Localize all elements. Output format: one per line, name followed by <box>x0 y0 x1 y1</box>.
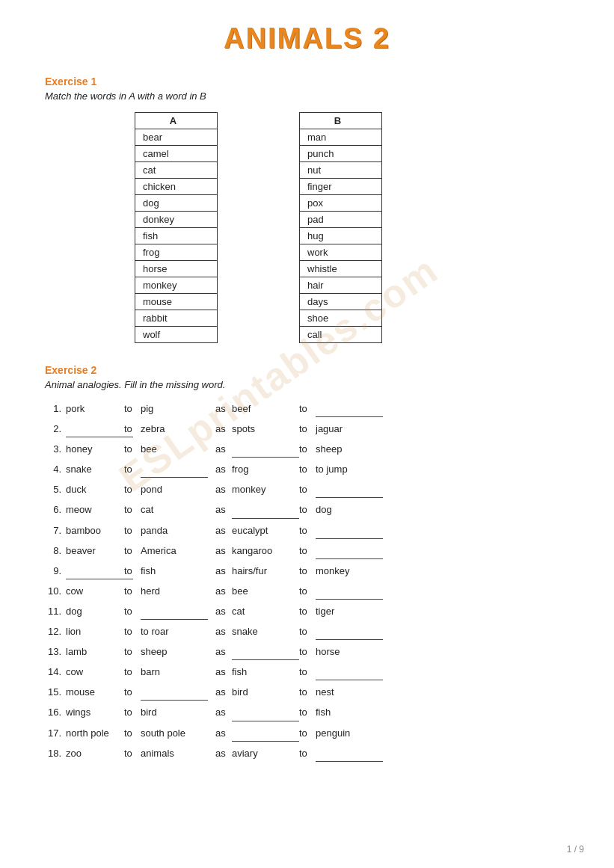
analogy-cell: dog <box>66 603 124 620</box>
table-spacer <box>218 327 300 343</box>
analogy-cell: bird <box>232 684 299 701</box>
analogy-cell: cat <box>232 603 299 620</box>
analogy-cell: north pole <box>66 725 124 742</box>
blank-field <box>141 461 215 478</box>
analogy-cell: dog <box>316 502 398 518</box>
analogy-cell: tiger <box>316 603 398 620</box>
list-item: 14.cowtobarnasfishto <box>45 664 569 680</box>
analogy-cell: sheep <box>141 644 215 660</box>
list-item: 18.zootoanimalsasaviaryto <box>45 745 569 762</box>
table-row: bear <box>135 129 218 146</box>
analogy-cell: meow <box>66 502 124 518</box>
analogy-cell: 10. <box>45 583 66 600</box>
analogy-cell: as <box>215 421 232 437</box>
analogy-cell: zoo <box>66 745 124 762</box>
analogy-cell: duck <box>66 481 124 498</box>
table-row: work <box>300 244 382 261</box>
analogy-cell: to <box>124 421 141 437</box>
analogy-cell: to <box>299 725 316 742</box>
analogy-cell: to <box>124 401 141 417</box>
analogy-cell: bamboo <box>66 523 124 539</box>
table-spacer <box>218 310 300 327</box>
analogy-cell: to <box>124 563 141 579</box>
list-item: 15.mousetoasbirdtonest <box>45 684 569 701</box>
analogy-cell: snake <box>66 461 124 478</box>
list-item: 17.north poletosouth poleastopenguin <box>45 725 569 742</box>
analogy-cell: to <box>124 502 141 518</box>
analogy-cell: herd <box>141 583 215 600</box>
analogy-cell: sheep <box>316 441 398 458</box>
table-spacer <box>218 146 300 162</box>
table-spacer <box>218 277 300 294</box>
analogy-cell: to <box>124 624 141 640</box>
analogy-cell: to <box>124 725 141 742</box>
analogy-cell: as <box>215 684 232 701</box>
analogy-cell: as <box>215 563 232 579</box>
analogy-cell: America <box>141 543 215 559</box>
analogy-cell: pig <box>141 401 215 417</box>
table-row: chicken <box>135 179 218 195</box>
analogy-cell: 8. <box>45 543 66 559</box>
list-item: 16.wingstobirdastofish <box>45 704 569 721</box>
blank-field <box>232 441 299 458</box>
analogy-cell: spots <box>232 421 299 437</box>
table-spacer <box>218 212 300 228</box>
analogy-cell: fish <box>141 563 215 579</box>
table-row: call <box>300 327 382 343</box>
blank-field <box>316 664 398 680</box>
analogy-cell: 12. <box>45 624 66 640</box>
table-row: hair <box>300 277 382 294</box>
analogy-cell: to <box>124 704 141 721</box>
analogy-cell: to <box>299 603 316 620</box>
analogy-cell: cow <box>66 583 124 600</box>
analogy-cell: bee <box>232 583 299 600</box>
analogy-cell: as <box>215 745 232 762</box>
analogy-cell: cow <box>66 664 124 680</box>
blank-field <box>316 523 398 539</box>
analogy-cell: as <box>215 664 232 680</box>
blank-field <box>232 644 299 660</box>
list-item: 2.tozebraasspotstojaguar <box>45 421 569 437</box>
analogy-cell: 6. <box>45 502 66 518</box>
analogy-cell: 13. <box>45 644 66 660</box>
page-number: 1 / 9 <box>567 844 584 855</box>
analogy-cell: horse <box>316 644 398 660</box>
table-spacer <box>218 179 300 195</box>
analogy-cell: to <box>299 421 316 437</box>
analogy-cell: 17. <box>45 725 66 742</box>
analogy-cell: to <box>299 745 316 762</box>
table-row: wolf <box>135 327 218 343</box>
analogy-cell: to <box>124 583 141 600</box>
table-row: punch <box>300 146 382 162</box>
table-spacer <box>218 162 300 179</box>
analogy-cell: wings <box>66 704 124 721</box>
table-row: horse <box>135 261 218 277</box>
analogy-cell: cat <box>141 502 215 518</box>
page-title: ANIMALS 2 <box>45 22 569 55</box>
blank-field <box>316 401 398 417</box>
table-spacer <box>218 129 300 146</box>
analogy-cell: to <box>124 441 141 458</box>
exercise1-instruction: Match the words in A with a word in B <box>45 90 569 102</box>
analogy-cell: lamb <box>66 644 124 660</box>
analogy-cell: to <box>299 502 316 518</box>
table-row: shoe <box>300 310 382 327</box>
analogy-cell: to <box>124 745 141 762</box>
analogy-cell: 16. <box>45 704 66 721</box>
analogy-cell: pond <box>141 481 215 498</box>
analogy-cell: 14. <box>45 664 66 680</box>
list-item: 1.porktopigasbeefto <box>45 401 569 417</box>
table-spacer <box>218 228 300 244</box>
analogy-cell: as <box>215 725 232 742</box>
blank-field <box>232 704 299 721</box>
analogy-cell: to <box>299 543 316 559</box>
analogy-cell: 4. <box>45 461 66 478</box>
analogy-cell: beef <box>232 401 299 417</box>
table-row: frog <box>135 244 218 261</box>
table-row: hug <box>300 228 382 244</box>
analogy-cell: to jump <box>316 461 398 478</box>
analogy-cell: 7. <box>45 523 66 539</box>
exercise1-label: Exercise 1 <box>45 76 569 87</box>
table-row: rabbit <box>135 310 218 327</box>
analogy-cell: panda <box>141 523 215 539</box>
